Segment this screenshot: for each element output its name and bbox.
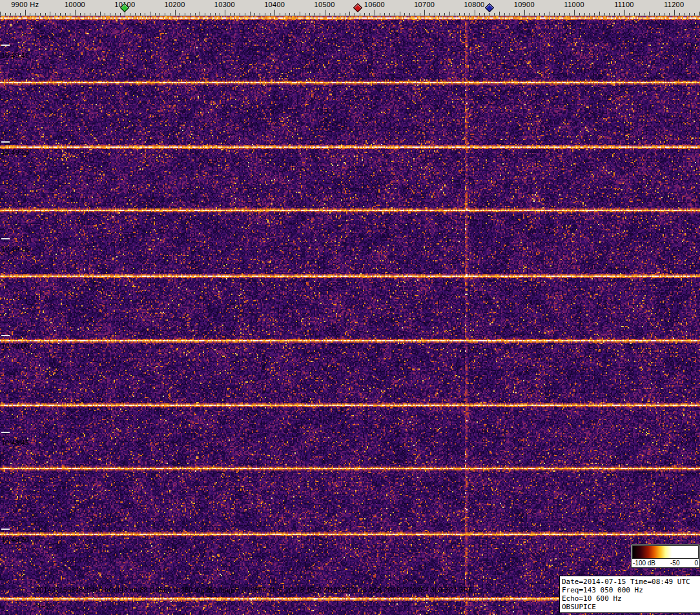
ruler-tick [349, 12, 350, 15]
ruler-label-10700: 10700 [414, 1, 435, 8]
ruler-tick [155, 13, 156, 15]
ruler-tick [45, 13, 46, 15]
ruler-tick [305, 13, 305, 15]
ruler-tick [220, 13, 220, 15]
ruler-tick [80, 13, 81, 15]
ruler-tick [25, 10, 26, 15]
ruler-tick [659, 13, 660, 15]
ruler-tick [300, 12, 300, 15]
ruler-tick [285, 13, 285, 15]
ruler-tick [669, 13, 670, 15]
ruler-tick [130, 13, 130, 15]
ruler-tick [250, 12, 251, 15]
ruler-tick [150, 12, 150, 15]
ruler-tick [694, 13, 695, 15]
ruler-tick [165, 13, 165, 15]
ruler-tick [389, 13, 390, 15]
ruler-tick [569, 13, 570, 15]
ruler-label-10600: 10600 [364, 1, 385, 8]
ruler-tick [594, 13, 595, 15]
ruler-tick [444, 13, 445, 15]
ruler-tick [140, 13, 141, 15]
ruler-tick [624, 10, 625, 15]
ruler-tick [335, 13, 335, 15]
ruler-tick [340, 13, 340, 15]
ruler-tick [674, 10, 675, 15]
ruler-tick [400, 12, 400, 15]
ruler-label-10800: 10800 [464, 1, 484, 8]
ruler-tick [145, 13, 145, 15]
ruler-tick [574, 10, 575, 15]
detection-annotation: 20140715084819460 hCnt43 nb-88 f10566 hi… [36, 586, 472, 594]
ruler-marker-blue-diamond-icon[interactable] [485, 3, 494, 12]
ruler-tick [5, 13, 6, 15]
info-station: OBSUPICE [562, 603, 699, 611]
ruler-tick [699, 12, 700, 15]
ruler-tick [415, 13, 415, 15]
ruler-tick [225, 10, 225, 15]
cursor-annotation: ^t+19 [36, 602, 53, 610]
ruler-marker-red-diamond-icon[interactable] [353, 3, 362, 12]
ruler-tick [554, 13, 555, 15]
ruler-tick [195, 13, 196, 15]
ruler-tick [314, 13, 315, 15]
ruler-tick [510, 13, 510, 15]
ruler-tick [0, 12, 1, 15]
ruler-tick [254, 13, 255, 15]
ruler-tick [429, 13, 430, 15]
ruler-tick [115, 13, 116, 15]
ruler-tick [105, 13, 105, 15]
ruler-tick [664, 13, 664, 15]
spectrogram-canvas[interactable] [0, 16, 700, 615]
ruler-tick [564, 13, 565, 15]
ruler-tick [439, 13, 440, 15]
ruler-tick [404, 13, 405, 15]
ruler-tick [524, 10, 525, 15]
ruler-tick [120, 13, 121, 15]
time-label: 10:49:45 [1, 52, 29, 59]
time-tick [1, 45, 10, 46]
ruler-tick [654, 13, 655, 15]
ruler-tick [689, 13, 690, 15]
ruler-tick [245, 13, 245, 15]
info-date-time: Date=2014-07-15 Time=08:49 UTC [562, 578, 699, 586]
ruler-tick [190, 13, 190, 15]
ruler-label-10900: 10900 [514, 1, 535, 8]
ruler-tick [10, 13, 11, 15]
time-tick [1, 529, 10, 530]
frequency-ruler[interactable]: 9900 Hz100001010010200103001040010500106… [0, 0, 700, 16]
ruler-tick [35, 13, 36, 15]
ruler-tick [619, 13, 620, 15]
ruler-tick [420, 13, 420, 15]
ruler-tick [484, 13, 485, 15]
spectrogram-area[interactable]: 20140715084819460 hCnt43 nb-88 f10566 hi… [0, 16, 700, 615]
time-tick [1, 432, 10, 433]
ruler-tick [459, 13, 460, 15]
ruler-tick [60, 13, 61, 15]
ruler-tick [85, 13, 85, 15]
ruler-tick [289, 13, 290, 15]
ruler-tick [360, 13, 360, 15]
ruler-tick [534, 13, 535, 15]
ruler-tick [355, 13, 355, 15]
ruler-label-10000: 10000 [65, 1, 85, 8]
ruler-tick [634, 13, 635, 15]
ruler-tick [234, 13, 235, 15]
ruler-tick [205, 13, 205, 15]
ruler-tick [210, 13, 211, 15]
ruler-tick [514, 13, 515, 15]
ruler-tick [609, 13, 610, 15]
ruler-tick [345, 13, 345, 15]
ruler-tick [679, 13, 680, 15]
ruler-tick [320, 13, 320, 15]
meteor-spectrogram-app: 9900 Hz100001010010200103001040010500106… [0, 0, 700, 615]
ruler-tick [380, 13, 380, 15]
ruler-tick [30, 13, 30, 15]
ruler-tick [629, 13, 630, 15]
db-legend: -100 dB -50 0 [631, 544, 700, 568]
ruler-tick [240, 13, 240, 15]
ruler-tick [639, 13, 640, 15]
ruler-tick [589, 13, 590, 15]
ruler-tick [65, 13, 66, 15]
ruler-tick [70, 13, 70, 15]
